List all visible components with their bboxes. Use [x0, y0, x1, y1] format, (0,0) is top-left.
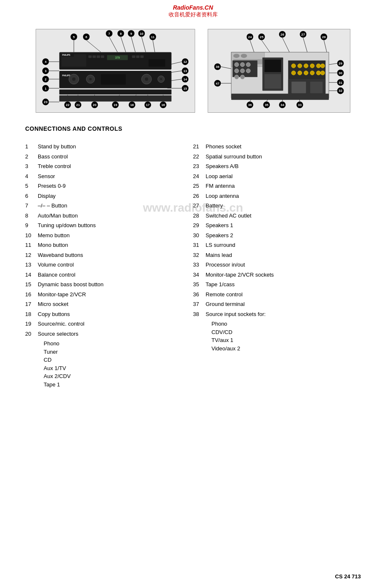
- svg-rect-95: [59, 90, 171, 95]
- svg-rect-78: [132, 55, 136, 58]
- svg-point-171: [310, 71, 314, 75]
- svg-point-163: [298, 64, 302, 68]
- control-number: 6: [25, 192, 38, 200]
- svg-text:PHILIPS: PHILIPS: [62, 75, 70, 77]
- svg-text:23: 23: [44, 100, 47, 104]
- svg-point-153: [235, 69, 239, 73]
- svg-text:16: 16: [161, 103, 165, 107]
- list-item: 3Treble control: [25, 162, 185, 171]
- control-label: Source input sockets for:: [206, 310, 266, 319]
- connections-section: CONNECTIONS AND CONTROLS 1Stand by butto…: [0, 117, 386, 397]
- svg-text:379: 379: [115, 56, 120, 59]
- svg-text:35: 35: [265, 103, 269, 107]
- svg-point-172: [316, 71, 321, 75]
- list-item: 2Bass control: [25, 153, 185, 161]
- svg-text:11: 11: [151, 35, 155, 39]
- diagrams-section: 5 6 7 8 9 10 11 4 3: [0, 21, 386, 117]
- control-number: 34: [193, 271, 206, 279]
- svg-text:31: 31: [339, 81, 342, 85]
- control-label: Speakers 2: [206, 231, 233, 240]
- list-item: 7–/– – Button: [25, 202, 185, 210]
- svg-text:5: 5: [73, 35, 75, 39]
- control-label: Auto/Man button: [38, 212, 78, 220]
- list-item: 11Mono button: [25, 241, 185, 249]
- sub-item: CDV/CD: [211, 328, 352, 337]
- control-label: Waveband buttons: [38, 251, 83, 259]
- list-item: 34Monitor-tape 2/VCR sockets: [193, 271, 352, 279]
- control-number: 20: [25, 330, 38, 338]
- svg-point-155: [246, 69, 250, 73]
- control-number: 33: [193, 261, 206, 269]
- svg-text:14: 14: [183, 78, 187, 81]
- control-label: Tuning up/down buttons: [38, 221, 96, 230]
- svg-text:22: 22: [66, 103, 70, 107]
- svg-point-164: [304, 64, 308, 68]
- control-label: Treble control: [38, 162, 71, 171]
- control-number: 16: [25, 290, 38, 299]
- control-label: Memo button: [38, 231, 70, 240]
- control-number: 11: [25, 241, 38, 249]
- svg-text:27: 27: [301, 33, 305, 36]
- svg-rect-90: [101, 74, 125, 85]
- control-label: Mains lead: [206, 251, 232, 259]
- list-item: 10Memo button: [25, 231, 185, 240]
- list-item: 21Phones socket: [193, 142, 352, 151]
- control-number: 18: [25, 310, 38, 319]
- svg-text:30: 30: [339, 71, 342, 75]
- list-item: 35Tape 1/cass: [193, 280, 352, 289]
- control-label: Switched AC outlet: [206, 212, 251, 220]
- list-item: 15Dynamic bass boost button: [25, 280, 185, 289]
- control-label: Volume control: [38, 261, 74, 269]
- sub-item: Tape 1: [44, 381, 185, 389]
- control-label: Battery: [206, 202, 223, 210]
- svg-text:25: 25: [260, 35, 263, 39]
- site-title-top: RadioFans.CN: [0, 4, 386, 11]
- control-number: 12: [25, 251, 38, 259]
- svg-text:21: 21: [76, 103, 80, 107]
- control-number: 2: [25, 153, 38, 161]
- list-item: 13Volume control: [25, 261, 185, 269]
- list-item: 36Remote control: [193, 290, 352, 299]
- control-number: 19: [25, 320, 38, 328]
- svg-rect-80: [140, 55, 143, 58]
- sub-items: PhonoTunerCDAux 1/TVAux 2/CDVTape 1: [44, 339, 185, 389]
- control-label: Balance control: [38, 271, 76, 279]
- svg-point-165: [310, 64, 314, 68]
- list-item: 1Stand by button: [25, 142, 185, 151]
- sub-item: TV/aux 1: [211, 336, 352, 345]
- control-label: Copy buttons: [38, 310, 70, 319]
- sub-item: Tuner: [44, 348, 185, 356]
- svg-point-162: [292, 64, 296, 68]
- svg-point-168: [292, 71, 296, 75]
- list-item: 30Speakers 2: [193, 231, 352, 240]
- section-title: CONNECTIONS AND CONTROLS: [25, 125, 361, 132]
- control-number: 36: [193, 290, 206, 299]
- controls-column-left: 1Stand by button2Bass control3Treble con…: [25, 142, 193, 389]
- svg-text:PHILIPS: PHILIPS: [62, 54, 70, 56]
- control-label: Speakers 1: [206, 221, 233, 230]
- control-number: 23: [193, 162, 206, 171]
- svg-point-92: [145, 78, 148, 81]
- controls-grid: 1Stand by button2Bass control3Treble con…: [25, 142, 361, 389]
- control-label: Dynamic bass boost button: [38, 280, 104, 289]
- svg-point-166: [316, 64, 321, 68]
- svg-point-87: [72, 78, 76, 81]
- svg-point-94: [160, 78, 162, 80]
- list-item: 27Battery: [193, 202, 352, 210]
- svg-point-89: [89, 78, 92, 80]
- svg-text:3: 3: [44, 69, 47, 73]
- control-label: Source selectors: [38, 330, 78, 338]
- control-number: 26: [193, 192, 206, 200]
- control-label: Stand by button: [38, 142, 76, 151]
- svg-rect-177: [231, 93, 329, 100]
- svg-text:7: 7: [108, 32, 110, 36]
- control-number: 3: [25, 162, 38, 171]
- control-number: 8: [25, 212, 38, 220]
- list-item: 28Switched AC outlet: [193, 212, 352, 220]
- control-number: 30: [193, 231, 206, 240]
- svg-point-150: [235, 62, 239, 67]
- sub-item: Aux 1/TV: [44, 364, 185, 373]
- control-number: 32: [193, 251, 206, 259]
- list-item: 22Spatial surround button: [193, 153, 352, 161]
- svg-text:28: 28: [322, 35, 326, 39]
